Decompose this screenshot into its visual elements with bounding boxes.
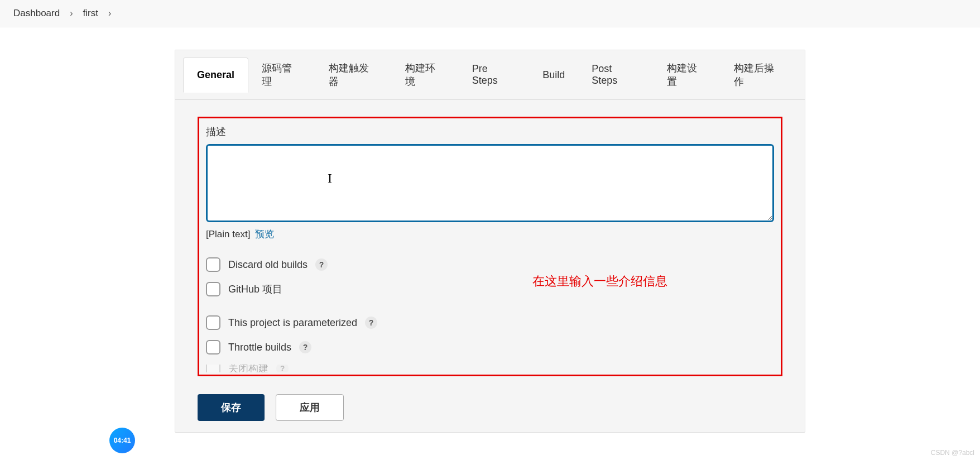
tab-environment[interactable]: 构建环境	[392, 50, 459, 99]
checkbox-row-throttle-builds: Throttle builds ?	[206, 340, 774, 354]
content-area: 描述 I [Plain text] 预览 Discard old builds …	[175, 100, 805, 376]
tab-scm[interactable]: 源码管理	[248, 50, 315, 99]
apply-button[interactable]: 应用	[276, 394, 344, 421]
checkbox-group: Discard old builds ? GitHub 项目 This proj…	[206, 257, 774, 372]
checkbox-label: Discard old builds	[228, 259, 308, 271]
checkbox-row-discard-old-builds: Discard old builds ?	[206, 257, 774, 272]
tab-build-settings[interactable]: 构建设置	[654, 50, 720, 99]
tab-triggers[interactable]: 构建触发器	[315, 50, 392, 99]
breadcrumb-item-first[interactable]: first	[83, 8, 98, 19]
plain-text-label: [Plain text]	[206, 229, 250, 239]
description-label: 描述	[206, 125, 774, 138]
tab-post-steps[interactable]: Post Steps	[578, 52, 654, 98]
checkbox-github-project[interactable]	[206, 282, 220, 296]
checkbox-label: This project is parameterized	[228, 317, 357, 329]
chevron-right-icon: ›	[70, 8, 73, 18]
checkbox-row-github-project: GitHub 项目	[206, 282, 774, 296]
checkbox-row-parameterized: This project is parameterized ?	[206, 315, 774, 330]
checkbox-row-disable-build: 关闭构建 ?	[206, 365, 774, 372]
help-icon[interactable]: ?	[315, 258, 328, 271]
checkbox-disable-build[interactable]	[206, 365, 220, 372]
help-icon[interactable]: ?	[276, 365, 289, 372]
tab-post-build[interactable]: 构建后操作	[720, 50, 797, 99]
checkbox-throttle-builds[interactable]	[206, 340, 220, 354]
highlight-box: 描述 I [Plain text] 预览 Discard old builds …	[198, 117, 782, 376]
description-textarea[interactable]	[206, 144, 774, 222]
save-button[interactable]: 保存	[198, 394, 265, 421]
button-row: 保存 应用	[175, 387, 805, 421]
chevron-right-icon: ›	[108, 8, 111, 18]
checkbox-label: GitHub 项目	[228, 282, 282, 296]
help-icon[interactable]: ?	[299, 341, 311, 353]
preview-link[interactable]: 预览	[255, 229, 274, 239]
checkbox-label: 关闭构建	[228, 365, 268, 372]
tab-general[interactable]: General	[183, 58, 248, 93]
checkbox-label: Throttle builds	[228, 342, 291, 353]
tabs: General 源码管理 构建触发器 构建环境 Pre Steps Build …	[175, 50, 805, 100]
tab-pre-steps[interactable]: Pre Steps	[459, 52, 530, 98]
breadcrumb: Dashboard › first ›	[0, 0, 980, 27]
annotation-text: 在这里输入一些介绍信息	[532, 273, 667, 290]
tab-build[interactable]: Build	[529, 58, 578, 92]
breadcrumb-item-dashboard[interactable]: Dashboard	[13, 8, 60, 19]
config-panel: General 源码管理 构建触发器 构建环境 Pre Steps Build …	[175, 50, 805, 433]
help-icon[interactable]: ?	[365, 317, 377, 329]
checkbox-discard-old-builds[interactable]	[206, 257, 220, 272]
checkbox-parameterized[interactable]	[206, 315, 220, 330]
